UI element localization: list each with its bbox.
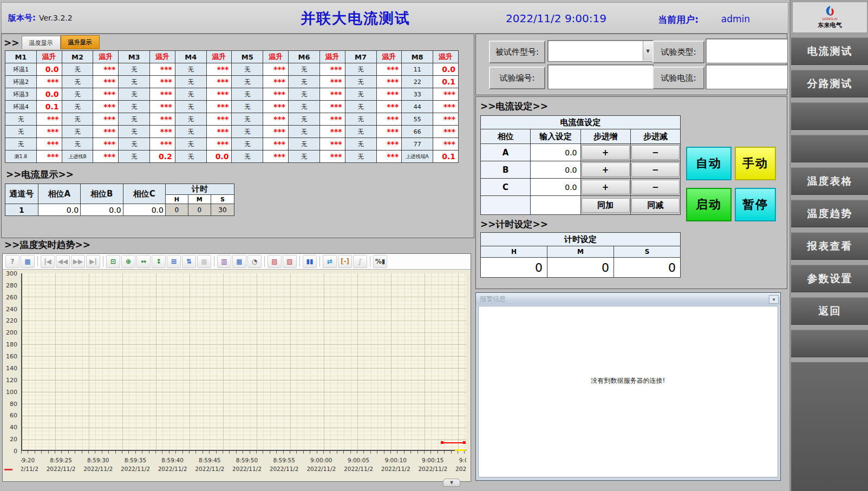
tabs-prefix: >> [4,37,19,48]
y-tick-label: 160 [6,353,17,360]
layout-panes-icon[interactable]: ▥ [217,255,231,268]
sidebar-item-8[interactable]: 参数设置 [791,265,868,292]
point-name-cell: 测1.8 [5,150,37,163]
temp-rise-value-cell: *** [263,101,289,113]
nav-prev-icon[interactable]: ◀◀ [56,255,70,268]
y-tick-label: 0 [14,448,17,455]
point-name-cell: 无 [175,76,206,88]
function-icon[interactable]: ∫ [353,255,367,268]
point-name-cell: 无 [175,126,206,138]
scroll-down-button[interactable]: ▼ [443,479,460,487]
nav-next-icon[interactable]: ▶▶ [71,255,85,268]
auto-button[interactable]: 自动 [686,147,732,180]
timer-set-s-input[interactable]: 0 [614,258,681,278]
test-current-input[interactable] [706,64,788,89]
temp-rise-value-cell: *** [93,101,119,113]
axis-scale-icon[interactable]: ⇅ [182,255,196,268]
pause-icon[interactable]: ▮▮ [303,255,317,268]
temp-rise-value-cell: *** [376,150,402,163]
phase-b-step-up-button[interactable]: + [582,162,630,177]
temp-rise-value-cell: *** [93,88,119,101]
model-combobox[interactable]: ▼ [547,40,654,62]
nav-last-icon[interactable]: ▶| [86,255,100,268]
sidebar-item-1[interactable]: 电流测试 [791,37,868,65]
manual-button[interactable]: 手动 [735,147,776,180]
current-setting-table-title: 电流值设定 [481,116,681,129]
help-icon[interactable]: ? [5,255,19,268]
scroll-chart-right-icon[interactable]: ▨ [283,255,297,268]
sidebar-item-empty-3[interactable] [791,102,868,130]
sidebar-item-7[interactable]: 报表查看 [791,232,868,260]
grid-icon[interactable]: ▦ [197,255,211,268]
sidebar-item-6[interactable]: 温度趋势 [791,200,868,227]
add-plot-icon[interactable]: ▩ [232,255,246,268]
test-type-input[interactable] [706,38,788,63]
sidebar-item-empty-4[interactable] [791,135,868,162]
tab-temperature-display[interactable]: 温度显示 [22,36,61,49]
point-name-cell: 无 [175,113,206,126]
sidebar-item-5[interactable]: 温度表格 [791,167,868,195]
all-step-down-button[interactable]: 同减 [631,198,680,213]
test-number-input[interactable] [547,64,654,89]
module-header: M5 [232,51,263,63]
temp-rise-value-cell: *** [263,150,289,163]
chart-export-icon[interactable]: ▦ [21,255,35,268]
point-name-cell: 环温4 [5,101,37,113]
module-header: M1 [5,51,37,63]
input-column-header: 输入设定 [531,129,580,144]
point-name-cell: 无 [232,88,263,101]
phase-c-step-down-button[interactable]: − [631,180,680,194]
time-axis-icon[interactable]: ◔ [247,255,262,268]
combo-dropdown-icon[interactable]: ▼ [643,41,652,61]
phase-a-step-down-button[interactable]: − [631,145,680,160]
phase-b-setpoint-input[interactable]: 0.0 [531,161,580,179]
pan-icon[interactable]: ⊞ [167,255,181,268]
zoom-box-icon[interactable]: ⊡ [106,255,120,268]
point-name-cell: 无 [175,88,206,101]
timer-set-m-input[interactable]: 0 [547,258,614,278]
temp-rise-value-cell: *** [93,113,119,126]
zoom-horizontal-icon[interactable]: ↔ [136,255,151,268]
alarm-close-button[interactable]: ▪ [769,295,779,304]
plot-area[interactable] [21,273,466,451]
phase-c-setpoint-input[interactable]: 0.0 [531,179,580,196]
temp-rise-value-cell: *** [36,150,62,163]
phase-c-value: 0.0 [123,204,165,216]
sidebar-item-9[interactable]: 返回 [791,297,868,325]
x-tick-label: 9:00:102022/11/2 [381,456,410,478]
start-button[interactable]: 启动 [686,188,732,221]
module-header: M4 [175,51,206,63]
scroll-chart-left-icon[interactable]: ▧ [267,255,282,268]
timer-set-h-input[interactable]: 0 [481,258,547,278]
point-name-cell: 无 [62,76,93,88]
point-name-cell: 33 [402,88,433,101]
sidebar-item-2[interactable]: 分路测试 [791,70,868,97]
zoom-vertical-icon[interactable]: ↕ [152,255,166,268]
all-step-up-button[interactable]: 同加 [582,198,630,213]
test-info-form: 被试件型号: ▼ 试验类型: 试验编号: 试验电流: [475,34,787,95]
swap-axes-icon[interactable]: ⇄ [323,255,337,268]
temp-rise-value-cell: 0.1 [433,76,459,88]
toolbar-separator [214,256,214,267]
timer-header: 计时 [165,184,234,195]
tab-temp-rise-display[interactable]: 温升显示 [61,35,100,49]
temp-rise-value-cell: *** [206,88,232,101]
phase-a-step-up-button[interactable]: + [582,145,630,160]
phase-c-step-up-button[interactable]: + [582,180,630,194]
y-tick-label: 20 [10,436,17,443]
pause-button[interactable]: 暂停 [735,188,776,221]
nav-first-icon[interactable]: |◀ [41,255,55,268]
edit-range-icon[interactable]: [-] [338,255,352,268]
temp-rise-value-cell: *** [36,113,62,126]
phase-b-step-down-button[interactable]: − [631,162,680,177]
point-name-cell: 无 [345,113,376,126]
point-name-cell: 无 [289,126,320,138]
point-name-cell: 无 [345,138,376,150]
temp-rise-value-cell: *** [150,76,175,88]
point-name-cell: 无 [5,138,37,150]
phase-a-setpoint-input[interactable]: 0.0 [531,144,580,161]
sidebar-item-empty-10[interactable] [791,330,868,357]
zoom-in-icon[interactable]: ⊕ [121,255,135,268]
percent-scale-icon[interactable]: %▮ [373,255,387,268]
temp-rise-header: 温升 [263,51,289,63]
